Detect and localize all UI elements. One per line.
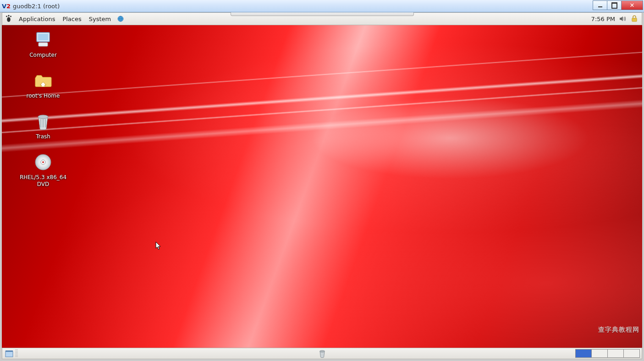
workspace-switcher[interactable]	[576, 349, 640, 358]
workspace-1[interactable]	[575, 349, 592, 358]
desktop-icon-label: root's Home	[27, 93, 60, 99]
volume-icon[interactable]	[618, 14, 627, 23]
gnome-bottom-panel	[2, 348, 642, 359]
wallpaper-curve	[2, 144, 642, 348]
svg-point-12	[42, 161, 44, 163]
wallpaper-streak	[2, 69, 642, 127]
close-button[interactable]	[621, 0, 643, 10]
panel-time[interactable]: 7:56 PM	[591, 16, 615, 22]
menu-applications[interactable]: Applications	[15, 14, 59, 24]
gnome-foot-icon[interactable]	[4, 14, 13, 23]
wallpaper-streak	[2, 95, 642, 157]
desktop-icon-trash[interactable]: Trash	[16, 112, 71, 140]
workspace-4[interactable]	[623, 349, 640, 358]
watermark-text: 查字典教程网	[598, 326, 639, 334]
dropdown-notch	[231, 12, 414, 16]
desktop-icon-computer[interactable]: Computer	[16, 31, 71, 59]
wallpaper-streak	[2, 82, 642, 138]
panel-trash-icon[interactable]	[318, 350, 326, 358]
svg-rect-5	[632, 18, 637, 22]
desktop[interactable]: Computer root's Home Trash RHEL/5.3 x86_…	[2, 25, 642, 348]
svg-rect-7	[38, 34, 48, 40]
svg-point-15	[319, 350, 325, 352]
window-controls	[593, 0, 643, 10]
browser-launcher-icon[interactable]	[116, 15, 125, 23]
workspace-3[interactable]	[607, 349, 624, 358]
desktop-icons: Computer root's Home Trash RHEL/5.3 x86_…	[16, 31, 71, 188]
disc-icon	[34, 153, 52, 171]
desktop-icon-label: Computer	[29, 52, 57, 59]
desktop-icon-home[interactable]: root's Home	[16, 71, 71, 99]
bottom-panel-center	[318, 350, 326, 358]
vnc-window-title: guodb2:1 (root)	[13, 3, 60, 10]
svg-point-1	[6, 16, 7, 17]
svg-point-9	[38, 115, 48, 119]
wallpaper-curve	[2, 190, 642, 348]
svg-rect-14	[6, 350, 13, 352]
panel-grip[interactable]	[15, 350, 18, 358]
wallpaper-curve	[2, 172, 642, 348]
vnc-logo-icon: V2	[2, 2, 10, 10]
minimize-button[interactable]	[593, 0, 607, 10]
vnc-titlebar: V2 guodb2:1 (root)	[0, 0, 644, 12]
desktop-icon-dvd[interactable]: RHEL/5.3 x86_64 DVD	[16, 153, 71, 188]
wallpaper-streak	[2, 47, 642, 102]
home-folder-icon	[34, 71, 52, 90]
cursor-icon	[155, 241, 162, 251]
computer-icon	[34, 31, 52, 49]
security-lock-icon[interactable]	[630, 14, 639, 23]
menu-places[interactable]: Places	[59, 14, 85, 24]
desktop-icon-label: RHEL/5.3 x86_64 DVD	[20, 174, 66, 188]
svg-point-0	[7, 17, 11, 22]
svg-rect-8	[39, 43, 48, 46]
maximize-button[interactable]	[607, 0, 622, 10]
trash-icon	[34, 112, 52, 131]
svg-rect-13	[6, 351, 13, 357]
panel-right-area: 7:56 PM	[591, 14, 642, 23]
workspace-2[interactable]	[591, 349, 608, 358]
show-desktop-button[interactable]	[4, 349, 14, 358]
menu-system[interactable]: System	[85, 14, 115, 24]
svg-point-3	[10, 16, 11, 17]
svg-point-2	[8, 15, 9, 16]
desktop-icon-label: Trash	[36, 133, 50, 140]
